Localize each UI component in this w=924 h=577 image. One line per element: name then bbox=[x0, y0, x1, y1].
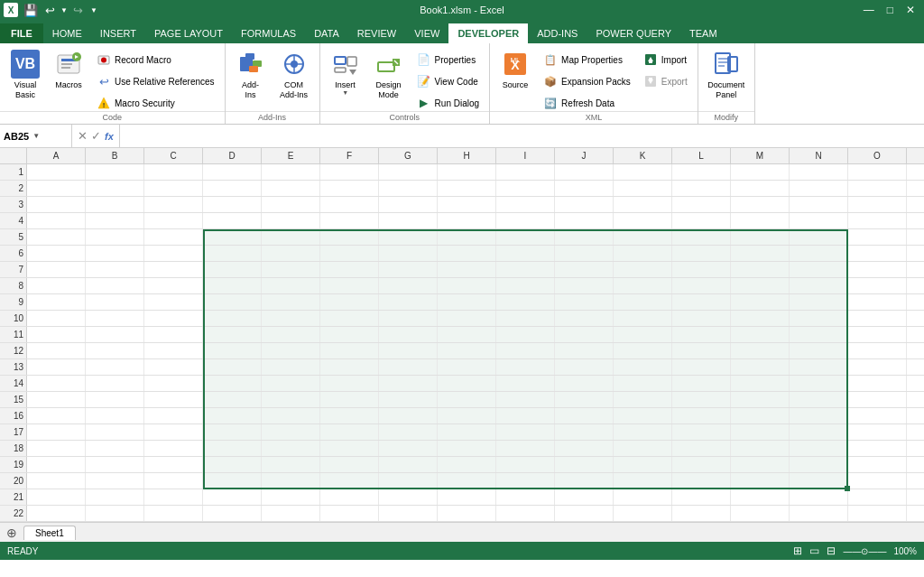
cell[interactable] bbox=[379, 376, 438, 391]
cell[interactable] bbox=[320, 327, 379, 342]
cell[interactable] bbox=[27, 213, 86, 228]
cell[interactable] bbox=[614, 327, 672, 342]
cell[interactable] bbox=[790, 489, 848, 505]
cell[interactable] bbox=[320, 278, 379, 293]
cell[interactable] bbox=[262, 181, 320, 196]
cell[interactable] bbox=[672, 164, 731, 180]
col-header-F[interactable]: F bbox=[320, 148, 379, 163]
cell[interactable] bbox=[731, 473, 790, 489]
cell[interactable] bbox=[848, 506, 907, 521]
cell[interactable] bbox=[144, 262, 203, 277]
undo-qat[interactable]: ↩ bbox=[43, 4, 57, 17]
cell[interactable] bbox=[379, 408, 438, 423]
cell[interactable] bbox=[496, 376, 555, 391]
cell[interactable] bbox=[731, 164, 790, 180]
cell[interactable] bbox=[144, 473, 203, 489]
cell[interactable] bbox=[320, 294, 379, 310]
tab-data[interactable]: DATA bbox=[305, 23, 348, 43]
cell[interactable] bbox=[144, 197, 203, 212]
cell[interactable] bbox=[614, 343, 672, 358]
cell[interactable] bbox=[379, 506, 438, 521]
cell[interactable] bbox=[555, 327, 614, 342]
record-macro-button[interactable]: Record Macro bbox=[92, 49, 219, 70]
cell[interactable] bbox=[379, 278, 438, 293]
cell[interactable] bbox=[144, 392, 203, 407]
cell[interactable] bbox=[203, 343, 262, 358]
cell[interactable] bbox=[555, 457, 614, 472]
source-button[interactable]: XML Source bbox=[495, 47, 535, 92]
cell[interactable] bbox=[262, 441, 320, 456]
cell[interactable] bbox=[555, 294, 614, 310]
tab-powerquery[interactable]: POWER QUERY bbox=[587, 23, 680, 43]
cell[interactable] bbox=[86, 262, 144, 277]
cell[interactable] bbox=[438, 262, 496, 277]
cell[interactable] bbox=[379, 311, 438, 326]
cell[interactable] bbox=[320, 262, 379, 277]
cell[interactable] bbox=[672, 278, 731, 293]
cell[interactable] bbox=[379, 213, 438, 228]
cell[interactable] bbox=[27, 441, 86, 456]
cell[interactable] bbox=[907, 506, 924, 521]
cell[interactable] bbox=[86, 457, 144, 472]
cell[interactable] bbox=[907, 197, 924, 212]
cell[interactable] bbox=[731, 408, 790, 423]
cell[interactable] bbox=[144, 424, 203, 440]
col-header-O[interactable]: O bbox=[848, 148, 907, 163]
cell[interactable] bbox=[27, 327, 86, 342]
cell[interactable] bbox=[496, 327, 555, 342]
cell[interactable] bbox=[614, 506, 672, 521]
cell[interactable] bbox=[496, 506, 555, 521]
cell[interactable] bbox=[614, 424, 672, 440]
cell[interactable] bbox=[262, 392, 320, 407]
cell[interactable] bbox=[731, 359, 790, 375]
cell[interactable] bbox=[438, 376, 496, 391]
cell[interactable] bbox=[614, 408, 672, 423]
cell[interactable] bbox=[27, 164, 86, 180]
cell[interactable] bbox=[438, 441, 496, 456]
cell[interactable] bbox=[731, 506, 790, 521]
cell[interactable] bbox=[203, 408, 262, 423]
cell[interactable] bbox=[731, 262, 790, 277]
page-layout-view[interactable]: ⊞ bbox=[793, 544, 802, 557]
properties-button[interactable]: 📄 Properties bbox=[412, 49, 484, 70]
cell[interactable] bbox=[320, 392, 379, 407]
cell[interactable] bbox=[144, 181, 203, 196]
cell[interactable] bbox=[614, 164, 672, 180]
cell[interactable] bbox=[731, 294, 790, 310]
cell[interactable] bbox=[731, 489, 790, 505]
cell[interactable] bbox=[496, 213, 555, 228]
cell[interactable] bbox=[379, 262, 438, 277]
cell[interactable] bbox=[144, 278, 203, 293]
cell[interactable] bbox=[496, 294, 555, 310]
cell[interactable] bbox=[86, 327, 144, 342]
cell[interactable] bbox=[144, 489, 203, 505]
cell[interactable] bbox=[672, 327, 731, 342]
macros-button[interactable]: Macros bbox=[49, 47, 88, 92]
cell[interactable] bbox=[672, 506, 731, 521]
cell[interactable] bbox=[144, 327, 203, 342]
cell[interactable] bbox=[262, 229, 320, 245]
tab-formulas[interactable]: FORMULAS bbox=[232, 23, 305, 43]
cell[interactable] bbox=[907, 262, 924, 277]
cell[interactable] bbox=[203, 246, 262, 261]
cell[interactable] bbox=[614, 181, 672, 196]
cell[interactable] bbox=[86, 343, 144, 358]
tab-pagelayout[interactable]: PAGE LAYOUT bbox=[145, 23, 232, 43]
cell[interactable] bbox=[86, 294, 144, 310]
cell[interactable] bbox=[848, 392, 907, 407]
col-header-B[interactable]: B bbox=[86, 148, 144, 163]
col-header-I[interactable]: I bbox=[496, 148, 555, 163]
cell[interactable] bbox=[144, 311, 203, 326]
cell[interactable] bbox=[790, 164, 848, 180]
col-header-E[interactable]: E bbox=[262, 148, 320, 163]
cell[interactable] bbox=[203, 457, 262, 472]
new-sheet-button[interactable]: ⊕ bbox=[4, 525, 20, 541]
cell[interactable] bbox=[86, 278, 144, 293]
cell[interactable] bbox=[790, 376, 848, 391]
cell[interactable] bbox=[320, 457, 379, 472]
name-box[interactable]: AB25 ▼ bbox=[0, 125, 72, 147]
cell[interactable] bbox=[790, 441, 848, 456]
cell[interactable] bbox=[438, 213, 496, 228]
cell[interactable] bbox=[320, 213, 379, 228]
cell[interactable] bbox=[262, 376, 320, 391]
